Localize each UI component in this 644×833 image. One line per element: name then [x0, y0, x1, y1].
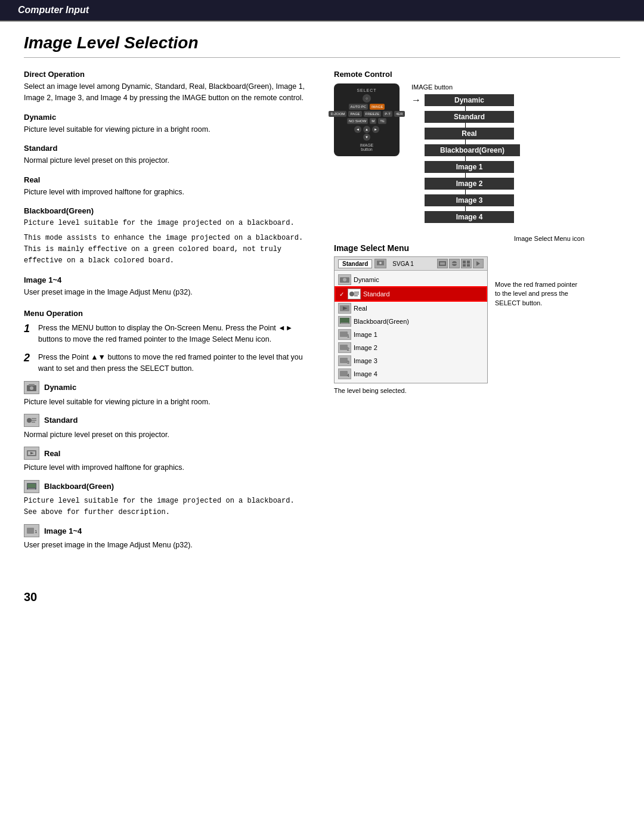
arrow-spacer-4: → — [411, 162, 421, 172]
remote-noshow-btn: NO SHOW — [347, 118, 368, 124]
arrow-spacer-1: → — [411, 112, 421, 122]
image14-text: User preset image in the Image Adjust Me… — [24, 287, 310, 298]
step-1-number: 1 — [24, 323, 33, 336]
left-column: Direct Operation Select an image level a… — [24, 70, 310, 555]
svg-text:3: 3 — [347, 360, 349, 364]
remote-m-btn: M — [370, 118, 376, 124]
svg-rect-23 — [463, 264, 466, 267]
topbar-icon-3 — [461, 259, 472, 268]
standard-heading: Standard — [24, 144, 310, 153]
menu-item-dynamic: Dynamic — [335, 273, 487, 286]
two-column-layout: Direct Operation Select an image level a… — [24, 70, 620, 555]
connector-3 — [465, 140, 466, 144]
remote-top-btn: ○ — [363, 94, 371, 103]
svg-rect-18 — [440, 262, 445, 265]
menu-topbar-icon1 — [374, 259, 386, 268]
svg-rect-11 — [27, 484, 36, 488]
svg-rect-5 — [32, 420, 36, 421]
menu-screenshot: Standard SVGA 1 — [334, 256, 488, 383]
menu-topbar-icons — [437, 259, 484, 268]
svg-point-16 — [379, 262, 382, 264]
menu-operation-heading: Menu Operation — [24, 309, 310, 318]
menu-item-image2-icon: 2 — [338, 342, 351, 353]
menu-item-dynamic-label: Dynamic — [354, 276, 379, 283]
icon-blackboard: Blackboard(Green) — [24, 480, 310, 493]
blackboard-icon-label: Blackboard(Green) — [44, 482, 114, 491]
connector-7 — [465, 206, 466, 211]
menu-item-standard-icon — [348, 289, 361, 299]
level-row-blackboard: → Blackboard(Green) — [411, 144, 520, 156]
svg-marker-25 — [476, 261, 480, 266]
direct-operation-text: Select an image level among Dynamic, Sta… — [24, 81, 310, 104]
standard-icon-label: Standard — [44, 416, 78, 425]
level-box-standard: Standard — [425, 111, 514, 123]
remote-pt-btn: P-T — [383, 111, 392, 117]
standard-icon — [24, 414, 39, 427]
blackboard-text1: Picture level suitable for the image pro… — [24, 218, 310, 229]
image14-icon: 1 — [24, 524, 39, 537]
dynamic-icon-label: Dynamic — [44, 383, 76, 392]
topbar-icon-2 — [449, 259, 460, 268]
svg-rect-6 — [32, 422, 35, 423]
menu-item-image4-label: Image 4 — [354, 370, 377, 377]
svg-rect-1 — [29, 384, 35, 386]
bottom-label: The level being selected. — [334, 387, 584, 394]
menu-item-real-icon — [338, 303, 351, 314]
level-row-image4: → Image 4 — [411, 211, 514, 223]
remote-auto-btn: AUTO PC — [349, 104, 369, 110]
menu-topbar-svga: SVGA 1 — [389, 260, 417, 268]
svg-rect-12 — [28, 488, 35, 490]
level-box-image1: Image 1 — [425, 161, 514, 173]
step-2-number: 2 — [24, 352, 33, 365]
remote-nav-up: ▲ — [363, 126, 370, 133]
menu-item-image4: 4 Image 4 — [335, 367, 487, 380]
remote-dzoom-btn: D.ZOOM — [329, 111, 346, 117]
real-icon-desc: Picture level with improved halftone for… — [24, 462, 310, 473]
real-heading: Real — [24, 175, 310, 184]
connector-2 — [465, 123, 466, 128]
image-button-label: IMAGE button — [411, 83, 520, 91]
topbar-icon-1 — [437, 259, 448, 268]
standard-icon-desc: Normal picture level preset on this proj… — [24, 429, 310, 441]
header-title: Computer Input — [18, 5, 89, 15]
remote-te-btn: TE — [378, 118, 386, 124]
main-content: Image Level Selection Direct Operation S… — [0, 21, 644, 578]
blackboard-icon-desc: Picture level suitable for the image pro… — [24, 496, 310, 518]
menu-item-image4-icon: 4 — [338, 368, 351, 379]
menu-screenshot-area: Standard SVGA 1 — [334, 256, 584, 383]
real-icon — [24, 447, 39, 460]
menu-topbar-standard: Standard — [338, 259, 372, 268]
icon-dynamic: Dynamic — [24, 381, 310, 394]
level-row-real: → Real — [411, 128, 514, 140]
svg-rect-35 — [340, 323, 349, 324]
page-number: 30 — [24, 590, 620, 604]
header: Computer Input — [0, 0, 644, 21]
svg-rect-20 — [452, 263, 457, 264]
icon-standard: Standard — [24, 414, 310, 427]
icon-real: Real — [24, 447, 310, 460]
menu-item-blackboard-icon — [338, 316, 351, 327]
icon-image14: 1 Image 1~4 — [24, 524, 310, 537]
dynamic-icon-desc: Picture level suitable for viewing pictu… — [24, 397, 310, 408]
remote-nav-down: ▼ — [363, 134, 370, 141]
svg-rect-21 — [463, 261, 466, 264]
level-boxes: → Dynamic → Standard → Real — [411, 94, 520, 223]
arrow-right-dynamic: → — [411, 95, 421, 106]
svg-rect-24 — [467, 264, 470, 267]
remote-body: SELECT ○ AUTO PC IMAGE D.ZOOM PAGE FREEZ… — [334, 83, 400, 156]
level-box-dynamic: Dynamic — [425, 94, 514, 106]
level-diagram: IMAGE button → Dynamic → Standard — [411, 83, 520, 223]
image-select-menu-area: Image Select Menu icon Image Select Menu… — [334, 235, 584, 394]
connector-4 — [465, 156, 466, 161]
remote-nav-left: ◄ — [354, 126, 361, 133]
step-1-text: Press the MENU button to display the On-… — [38, 323, 310, 346]
arrow-spacer-3: → — [411, 145, 421, 156]
right-column: Remote Control SELECT ○ AUTO PC IMAGE — [334, 70, 584, 555]
connector-1 — [465, 106, 466, 111]
menu-item-blackboard: Blackboard(Green) — [335, 315, 487, 328]
remote-freeze-btn: FREEZE — [364, 111, 382, 117]
dynamic-icon — [24, 381, 39, 394]
menu-item-image3-label: Image 3 — [354, 357, 377, 364]
page-title: Image Level Selection — [24, 33, 620, 58]
arrow-spacer-6: → — [411, 195, 421, 206]
